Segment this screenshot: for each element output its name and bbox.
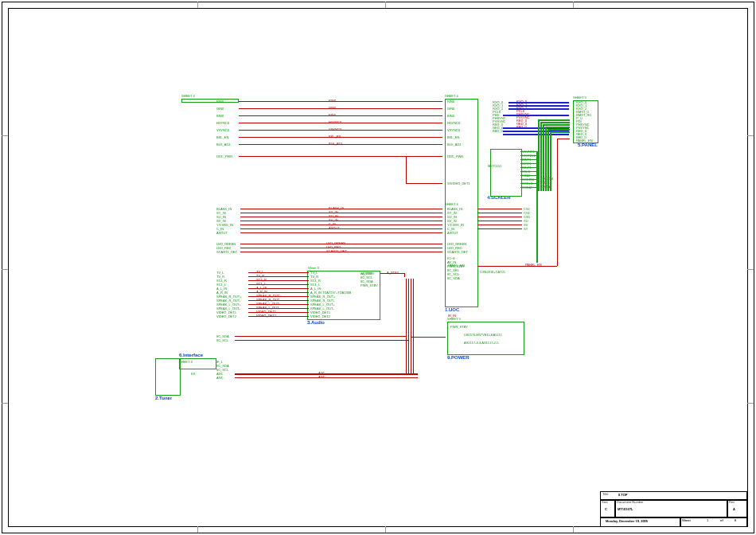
- uoc-sheetref-top: SHEET 4: [181, 94, 195, 98]
- size-label: Size: [602, 500, 608, 504]
- tuner-ks: KS: [191, 372, 195, 376]
- wireC-2: [240, 252, 442, 252]
- iic-h-low: [235, 374, 418, 375]
- scaler-note: CSN491II+CAT25: [480, 270, 505, 274]
- portAuR-3: PWR_STBY: [360, 283, 378, 287]
- pin-r-DDC_PWR: DDC_PWR: [447, 154, 463, 158]
- pinBextra-5: SY: [524, 227, 528, 231]
- hbus-3: [545, 127, 570, 128]
- pin-r-BIN0: BIN0: [447, 114, 454, 118]
- sheet-total: 8: [735, 518, 736, 522]
- wireAu-8: [248, 304, 309, 305]
- wireAu-0: [248, 272, 309, 273]
- pinPanR-12: PANEL_EN: [576, 139, 593, 143]
- netTu-1: AGC: [318, 375, 325, 379]
- wireBextra-4: [477, 225, 522, 225]
- wire-BLK_ADJ: [239, 144, 442, 145]
- wire-BKL_EN: [239, 137, 442, 138]
- pin-r-GIN0: GIN0: [447, 107, 454, 111]
- bus-rxo1: [509, 105, 569, 107]
- wireAu-5: [248, 292, 309, 293]
- docnum-label: Document Number: [617, 500, 644, 504]
- vbus-3: [545, 127, 547, 191]
- wireAu-11: [248, 316, 309, 317]
- schematic-page: Title 0.TOP Size C Document Number MT101…: [0, 0, 756, 535]
- pin-GIN0: GIN0: [216, 107, 224, 111]
- tuner-title: 2.Tuner: [155, 396, 172, 400]
- iic-v-2: [411, 279, 411, 374]
- panel-en-wire-h2: [557, 139, 570, 139]
- svideo-det-h: [406, 183, 442, 184]
- busSc-7: [520, 179, 536, 180]
- pinPanL-9: BED_0: [493, 129, 503, 133]
- busSc-6: [520, 175, 536, 176]
- busSc-8: [520, 183, 536, 184]
- wireBextra-2: [477, 217, 522, 217]
- wireAu-9: [248, 308, 309, 309]
- date-text: Monday, December 19, 2005: [606, 519, 648, 523]
- svideo-det-v: [406, 156, 407, 183]
- panel-en-netlabel: PANEL_EN: [525, 263, 542, 267]
- wire-HSYNC0: [239, 123, 442, 123]
- busSc-3: [520, 163, 536, 164]
- uoc-sheetref-topR: SHEET 4: [445, 94, 458, 98]
- title-label: Title: [602, 492, 608, 496]
- power-title: 9.POWER: [447, 355, 470, 360]
- busSc-9: [520, 187, 536, 188]
- interface-title: 6.Interface: [179, 353, 203, 357]
- drawing-frame-inner: [8, 8, 748, 527]
- bus-rxo0: [509, 102, 569, 103]
- hbus-5: [550, 131, 570, 133]
- wire-VSYNC0: [239, 130, 442, 131]
- netB-5: ASOUT: [329, 226, 340, 230]
- irin-net: IR_IN: [448, 314, 456, 318]
- size-text: C: [605, 507, 607, 511]
- pinBr-6: ASOUT: [447, 231, 458, 235]
- panel-en-wire-h: [477, 266, 557, 267]
- pin-r-BKL_EN: BKL_EN: [447, 135, 459, 139]
- bus-bed: [503, 134, 569, 135]
- wireC-1: [240, 248, 442, 248]
- wire-DDC_PWR: [239, 156, 442, 157]
- busSc-1: [520, 155, 536, 156]
- wireB-6: [240, 232, 442, 233]
- pin-r-VSYNC0: VSYNC0: [447, 128, 460, 132]
- iic-v-0: [406, 279, 407, 374]
- pinIf-1: IIC_SCL: [216, 338, 228, 342]
- wireBextra-1: [477, 213, 522, 213]
- pin-r-RIN0: RIN0: [447, 100, 454, 103]
- pinPw-0: PWR_STBY: [450, 325, 468, 329]
- pin-r-HSYNC0: HSYNC0: [447, 121, 460, 125]
- pin-BKL_EN: BKL_EN: [216, 135, 228, 139]
- wireAu-2: [248, 280, 309, 281]
- bus-pclk: [503, 115, 569, 116]
- sheet-num: 1: [707, 518, 708, 522]
- vbus-1: [540, 122, 542, 191]
- pinCrx-5: IIC_SDA: [447, 276, 460, 280]
- wire-GIN0: [239, 108, 442, 109]
- sheet-label: Sheet: [682, 518, 691, 522]
- hbus-4: [548, 129, 570, 131]
- docnum-text: MT1016TL: [618, 507, 633, 511]
- wireAu-4: [248, 288, 309, 289]
- rev-label: Rev: [729, 500, 735, 504]
- tuner-box: [155, 358, 181, 396]
- wireB-2: [240, 217, 442, 217]
- title-text: 0.TOP: [618, 493, 628, 497]
- astby-v: [404, 273, 405, 277]
- wireB-4: [240, 225, 442, 225]
- busSc-5: [520, 171, 536, 172]
- sheet-of: of: [720, 518, 723, 522]
- scaler-box: [490, 149, 522, 197]
- wireBextra-5: [477, 228, 522, 229]
- power-note1: LM2576,EN7V815,KA5211: [464, 333, 502, 337]
- busSc-2: [520, 159, 536, 160]
- pin-BLK_ADJ: BLK_ADJ: [216, 143, 230, 146]
- busSc-0: [520, 151, 536, 152]
- vbus-2: [543, 124, 544, 191]
- wireAu-7: [248, 300, 309, 301]
- sheet4-left-stub: [181, 99, 239, 103]
- wire-RIN0: [239, 101, 442, 102]
- hbus-2: [543, 124, 570, 126]
- audio-sheetref: Sheet 3: [308, 266, 319, 270]
